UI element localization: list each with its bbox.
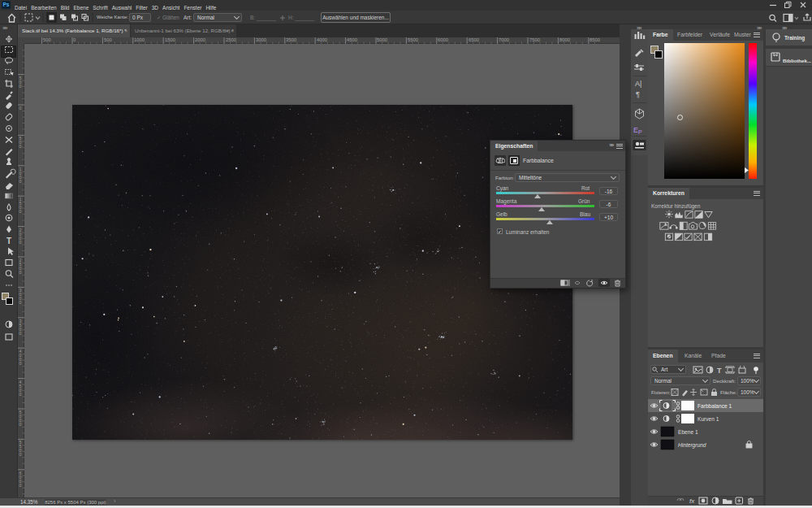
svg-text:EP: EP <box>633 126 642 135</box>
svg-text:T: T <box>717 367 722 375</box>
svg-text:¶: ¶ <box>636 90 640 98</box>
svg-text:Kurven 1: Kurven 1 <box>698 416 719 422</box>
svg-text:Ebene 1: Ebene 1 <box>678 429 698 435</box>
svg-text:A|: A| <box>635 80 641 88</box>
svg-text:T: T <box>6 237 11 245</box>
svg-text:Hintergrund: Hintergrund <box>678 442 706 449</box>
svg-text:fx: fx <box>689 497 695 505</box>
svg-text:Farbbalance 1: Farbbalance 1 <box>698 403 732 409</box>
